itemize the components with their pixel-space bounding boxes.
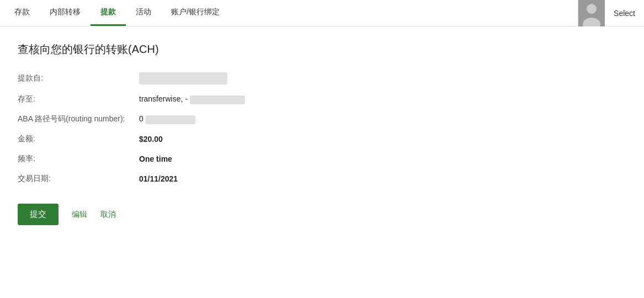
label-date: 交易日期:: [18, 174, 139, 184]
form-row-frequency: 频率: One time: [18, 154, 626, 164]
transferwise-prefix: transferwise, -: [139, 94, 188, 103]
blurred-account-number: [190, 95, 245, 104]
avatar: [578, 0, 605, 26]
tab-deposit[interactable]: 存款: [4, 0, 40, 26]
label-amount: 金额:: [18, 134, 139, 144]
label-deposit-to: 存至:: [18, 94, 139, 104]
form-row-routing: ABA 路径号码(routing number): 0: [18, 114, 626, 124]
edit-link[interactable]: 编辑: [72, 210, 87, 220]
tab-internal-transfer[interactable]: 内部转移: [40, 0, 91, 26]
value-date: 01/11/2021: [139, 174, 178, 183]
top-nav: 存款 内部转移 提款 活动 账户/银行绑定 Select: [0, 0, 644, 26]
tab-withdraw[interactable]: 提款: [91, 0, 126, 26]
label-frequency: 频率:: [18, 154, 139, 164]
form-row-amount: 金额: $20.00: [18, 134, 626, 144]
submit-button[interactable]: 提交: [18, 204, 58, 225]
blurred-routing-number: [146, 115, 195, 124]
routing-prefix: 0: [139, 114, 143, 123]
value-withdraw-from: [139, 72, 227, 84]
form-row-deposit-to: 存至: transferwise, -: [18, 94, 626, 104]
main-content: 查核向您的银行的转账(ACH) 提款自: 存至: transferwise, -…: [0, 26, 644, 238]
nav-right: Select: [578, 0, 644, 26]
label-withdraw-from: 提款自:: [18, 73, 139, 83]
value-amount: $20.00: [139, 135, 163, 143]
form-row-withdraw-from: 提款自:: [18, 72, 626, 84]
value-deposit-to: transferwise, -: [139, 94, 245, 104]
blurred-account: [139, 72, 227, 84]
value-frequency: One time: [139, 155, 172, 163]
action-row: 提交 编辑 取消: [18, 204, 626, 225]
svg-point-1: [587, 4, 597, 14]
cancel-link[interactable]: 取消: [100, 210, 116, 220]
select-dropdown[interactable]: Select: [605, 0, 644, 26]
value-routing: 0: [139, 114, 195, 124]
label-routing: ABA 路径号码(routing number):: [18, 114, 139, 124]
tab-activity[interactable]: 活动: [126, 0, 161, 26]
tab-account-bank[interactable]: 账户/银行绑定: [161, 0, 230, 26]
page-title: 查核向您的银行的转账(ACH): [18, 42, 626, 57]
form-row-date: 交易日期: 01/11/2021: [18, 174, 626, 184]
